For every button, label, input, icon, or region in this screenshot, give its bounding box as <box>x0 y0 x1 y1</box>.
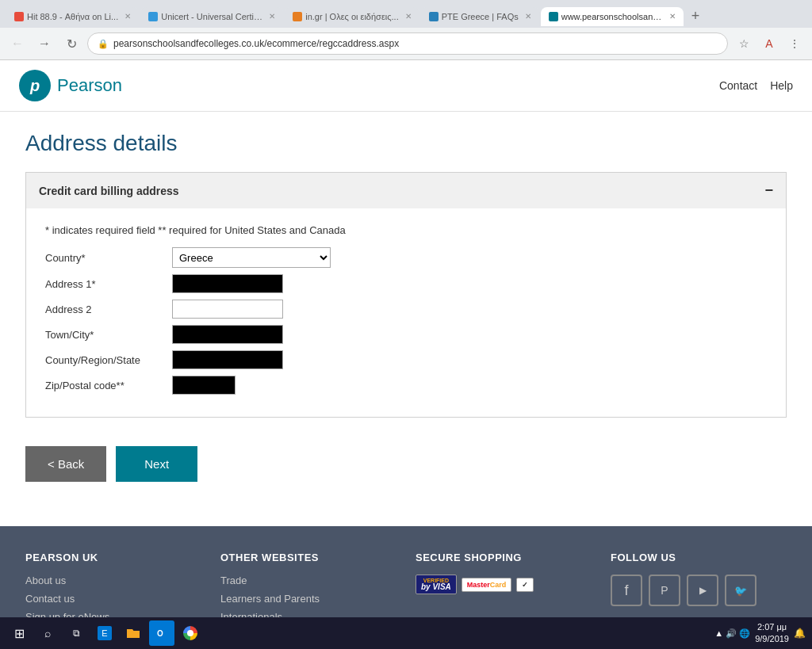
zip-input[interactable] <box>172 376 236 395</box>
address2-row: Address 2 <box>45 300 767 319</box>
form-section: Credit card billing address − * indicate… <box>25 172 787 418</box>
pearson-logo-icon: p <box>19 70 51 101</box>
form-section-header: Credit card billing address − <box>26 173 786 208</box>
address2-label: Address 2 <box>45 304 172 315</box>
svg-text:E: E <box>102 628 107 638</box>
twitter-icon[interactable]: 🐦 <box>725 575 756 606</box>
country-select[interactable]: Greece United Kingdom United States Cana… <box>172 247 331 268</box>
header-nav: Contact Help <box>719 79 793 92</box>
tab-1-close[interactable]: ✕ <box>124 12 131 21</box>
tray-icons: ▲ 🔊 🌐 <box>714 628 750 639</box>
menu-button[interactable]: ⋮ <box>783 32 806 55</box>
collapse-button[interactable]: − <box>764 182 773 199</box>
required-note: * indicates required field ** required f… <box>45 224 767 236</box>
form-section-body: * indicates required field ** required f… <box>26 208 786 417</box>
town-label: Town/City* <box>45 329 172 341</box>
logo-name: Pearson <box>57 75 122 96</box>
county-input[interactable] <box>172 350 283 369</box>
action-buttons: < Back Next <box>25 433 787 507</box>
tab-5-close[interactable]: ✕ <box>669 12 676 21</box>
county-row: County/Region/State <box>45 350 767 369</box>
taskbar-tray: ▲ 🔊 🌐 2:07 μμ 9/9/2019 🔔 <box>714 621 806 646</box>
social-icons: f P ▶ 🐦 <box>611 575 787 606</box>
tab-3-close[interactable]: ✕ <box>405 12 412 21</box>
cv-badge: ✓ <box>516 578 534 592</box>
secure-badges: VERIFIED by VISA MasterCard ✓ <box>416 575 592 594</box>
lock-icon: 🔒 <box>98 39 109 49</box>
url-text: pearsonschoolsandfecolleges.co.uk/ecomme… <box>113 38 718 49</box>
page-wrapper: p Pearson Contact Help Address details C… <box>0 60 812 649</box>
taskbar: ⊞ ⌕ ⧉ E O ▲ 🔊 🌐 2:07 μμ 9/9/2019 🔔 <box>0 617 812 649</box>
taskbar-explorer[interactable]: E <box>92 620 117 646</box>
tab-bar: Hit 88.9 - Αθήνα on Li... ✕ Unicert - Un… <box>0 0 812 28</box>
town-row: Town/City* <box>45 325 767 344</box>
tab-5[interactable]: www.pearsonschoolsandfe... ✕ <box>541 7 684 26</box>
footer-link-about[interactable]: About us <box>25 575 201 586</box>
zip-label: Zip/Postal code** <box>45 380 172 391</box>
footer-follow-us-title: FOLLOW US <box>611 552 787 563</box>
page-title: Address details <box>25 131 787 156</box>
address-bar[interactable]: 🔒 pearsonschoolsandfecolleges.co.uk/ecom… <box>87 32 728 55</box>
site-header: p Pearson Contact Help <box>0 60 812 112</box>
logo-area: p Pearson <box>19 70 122 101</box>
browser-chrome: Hit 88.9 - Αθήνα on Li... ✕ Unicert - Un… <box>0 0 812 60</box>
section-title: Credit card billing address <box>39 185 179 197</box>
address1-label: Address 1* <box>45 278 172 290</box>
help-link[interactable]: Help <box>770 79 793 92</box>
taskbar-chrome[interactable] <box>178 620 203 646</box>
back-button[interactable]: < Back <box>25 446 106 482</box>
taskbar-outlook[interactable]: O <box>149 620 174 646</box>
zip-row: Zip/Postal code** <box>45 376 767 395</box>
contact-link[interactable]: Contact <box>719 79 757 92</box>
search-button[interactable]: ⌕ <box>35 620 60 646</box>
tab-4[interactable]: PTE Greece | FAQs ✕ <box>421 7 539 26</box>
town-input[interactable] <box>172 325 283 344</box>
country-label: Country* <box>45 252 172 264</box>
county-label: County/Region/State <box>45 354 172 366</box>
tab-3[interactable]: in.gr | Ολες οι ειδήσεις... ✕ <box>285 7 419 26</box>
address-bar-row: ← → ↻ 🔒 pearsonschoolsandfecolleges.co.u… <box>0 28 812 59</box>
browser-actions: ☆ A ⋮ <box>733 32 806 55</box>
country-row: Country* Greece United Kingdom United St… <box>45 247 767 268</box>
pinterest-icon[interactable]: P <box>649 575 680 606</box>
taskbar-folder[interactable] <box>121 620 146 646</box>
tab-2[interactable]: Unicert - Universal Certifica... ✕ <box>140 7 283 26</box>
back-nav-button[interactable]: ← <box>6 32 29 55</box>
bookmark-button[interactable]: ☆ <box>733 32 755 55</box>
address1-row: Address 1* <box>45 274 767 293</box>
footer-link-trade[interactable]: Trade <box>220 575 396 586</box>
reload-button[interactable]: ↻ <box>60 32 82 55</box>
footer-other-websites-title: OTHER WEBSITES <box>220 552 396 563</box>
mastercard-badge: MasterCard <box>462 578 512 592</box>
footer-link-learners[interactable]: Learners and Parents <box>220 593 396 605</box>
logo-letter: p <box>30 77 40 95</box>
tab-4-close[interactable]: ✕ <box>525 12 531 21</box>
tab-1[interactable]: Hit 88.9 - Αθήνα on Li... ✕ <box>6 7 139 26</box>
footer-link-contact[interactable]: Contact us <box>25 593 201 605</box>
forward-nav-button[interactable]: → <box>33 32 56 55</box>
start-button[interactable]: ⊞ <box>6 620 32 646</box>
task-view-button[interactable]: ⧉ <box>63 620 89 646</box>
next-button[interactable]: Next <box>116 446 197 482</box>
address1-input[interactable] <box>172 274 283 293</box>
taskbar-time[interactable]: 2:07 μμ 9/9/2019 <box>755 621 789 646</box>
notification-icon[interactable]: 🔔 <box>794 628 806 639</box>
footer-pearson-uk-title: PEARSON UK <box>25 552 201 563</box>
tab-2-close[interactable]: ✕ <box>269 12 275 21</box>
address2-input[interactable] <box>172 300 283 319</box>
new-tab-button[interactable]: + <box>685 5 707 28</box>
facebook-icon[interactable]: f <box>611 575 642 606</box>
main-content: Address details Credit card billing addr… <box>0 112 812 526</box>
svg-text:O: O <box>157 629 163 638</box>
youtube-icon[interactable]: ▶ <box>687 575 718 606</box>
acrobat-button[interactable]: A <box>758 32 780 55</box>
visa-badge: VERIFIED by VISA <box>416 575 457 594</box>
footer-secure-shopping-title: SECURE SHOPPING <box>416 552 592 563</box>
